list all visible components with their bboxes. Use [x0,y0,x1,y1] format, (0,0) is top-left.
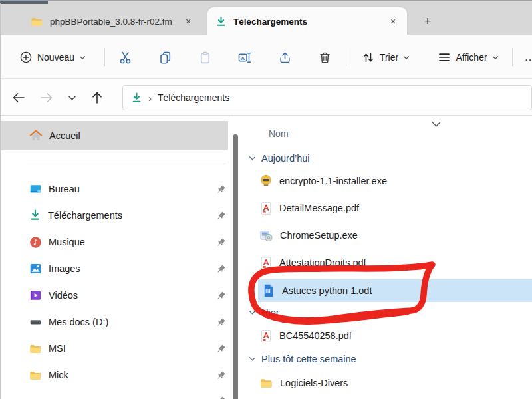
recent-locations-button[interactable] [64,87,80,108]
chevron-down-icon [403,55,410,60]
file-row-attestationdroits[interactable]: PDF AttestationDroits.pdf [259,255,366,271]
pin-icon [215,263,227,275]
sidebar-scrollbar-thumb[interactable] [233,134,238,399]
sidebar-item-label: Bureau [49,184,80,194]
installer-package-icon [259,229,273,243]
chevron-down-icon [249,356,256,362]
sidebar-item-mick[interactable]: Mick [29,362,68,388]
new-button[interactable]: Nouveau [11,45,94,69]
pin-icon [215,395,227,399]
sidebar-item-musique[interactable]: ♪ Musique [29,229,85,255]
chevron-down-icon [249,310,256,315]
pin-icon [215,290,227,301]
copy-button[interactable] [152,45,178,69]
tab-close-icon[interactable]: × [387,15,399,27]
drive-icon [29,316,42,328]
pin-icon [215,370,227,381]
svg-text:A: A [241,55,245,61]
new-circle-plus-icon [19,51,33,64]
group-header-hier[interactable]: Hier [249,306,279,319]
file-row-detailmessage[interactable]: PDF DetailMessage.pdf [259,200,359,216]
column-chevron-icon[interactable] [431,121,442,128]
toolbar-divider [512,48,513,66]
sidebar-item-mes-docs[interactable]: Mes docs (D:) [29,309,108,335]
folder-icon [31,16,43,27]
more-options-button[interactable]: … [520,45,532,69]
breadcrumb-segment[interactable]: Téléchargements [158,92,229,103]
sidebar-item-label: Mick [49,370,68,380]
delete-button[interactable] [311,45,338,69]
new-tab-button[interactable]: + [419,13,436,30]
pdf-file-icon: PDF [259,201,273,215]
svg-text:PDF: PDF [263,339,266,341]
file-row-bc45540258[interactable]: PDF BC45540258.pdf [259,328,352,344]
sidebar-item-label: Accueil [49,130,80,141]
download-icon [131,92,142,104]
chevron-down-icon [79,55,86,60]
rename-button[interactable]: A [231,45,258,69]
file-name: DetailMessage.pdf [279,203,359,213]
desktop-icon [29,183,42,195]
up-button[interactable] [86,87,108,108]
back-button[interactable] [8,87,29,108]
scissors-icon [118,51,132,65]
home-icon [29,130,43,142]
sidebar-item-telechargements[interactable]: Téléchargements [29,202,122,229]
paste-icon [198,51,212,65]
paste-button[interactable] [192,45,218,69]
file-row-encrypto[interactable]: encrypto-1.1-installer.exe [259,173,387,189]
group-header-plus-tot[interactable]: Plus tôt cette semaine [249,352,356,366]
file-name: AttestationDroits.pdf [279,257,366,268]
address-bar[interactable]: › Téléchargements [122,85,532,110]
folder-icon [29,370,42,381]
sidebar-item-msi[interactable]: MSI [29,335,66,362]
pdf-file-icon: PDF [259,256,273,270]
sidebar-item-label: Téléchargements [48,210,122,221]
view-lines-icon [438,51,451,63]
music-icon: ♪ [29,236,42,249]
videos-icon [29,289,42,301]
svg-text:PDF: PDF [263,211,266,213]
sidebar-item-bureau[interactable]: Bureau [29,176,80,202]
sidebar-item-label: Mes docs (D:) [49,317,108,327]
sidebar-item-videos[interactable]: Vidéos [29,282,78,309]
column-header-nom[interactable]: Nom [269,128,289,139]
navigation-bar: › Téléchargements [0,79,532,116]
share-button[interactable] [271,45,298,69]
sidebar-item-images[interactable]: Images [29,255,80,282]
tab-bar: phpBBPortable_3.0.8-fr-r02.fm × Téléchar… [0,0,532,35]
odt-document-icon [262,283,275,298]
sidebar-item-partial[interactable] [29,391,42,399]
file-row-logiciels-divers[interactable]: Logiciels-Divers [259,375,348,391]
toolbar-divider [346,48,346,66]
sidebar-item-label: Images [49,263,80,274]
window-left-border [0,3,1,399]
download-icon [215,16,227,27]
group-header-aujourdhui[interactable]: Aujourd’hui [249,152,310,165]
group-label: Plus tôt cette semaine [261,354,356,364]
sidebar-item-accueil[interactable]: Accueil [29,121,80,150]
tab-phpbbportable[interactable]: phpBBPortable_3.0.8-fr-r02.fm × [23,7,202,35]
back-arrow-icon [11,91,26,104]
tab-telechargements[interactable]: Téléchargements × [207,7,407,35]
sidebar-item-label: Musique [49,237,85,247]
encrypto-installer-icon [259,174,273,188]
file-row-chromesetup[interactable]: ChromeSetup.exe [259,227,358,243]
sort-button-label: Trier [380,52,398,63]
new-button-label: Nouveau [37,52,74,63]
folder-icon [259,377,273,389]
sidebar-divider [27,162,226,162]
cut-button[interactable] [112,45,138,69]
tab-label: Téléchargements [233,17,307,27]
toolbar-divider [104,48,105,66]
view-button[interactable]: Afficher [431,45,505,69]
forward-button[interactable] [36,87,57,108]
pin-icon [215,237,227,248]
pin-icon [215,184,227,195]
sort-button[interactable]: Trier [356,45,415,69]
tab-close-icon[interactable]: × [182,15,194,27]
file-row-astuces-python-selected[interactable]: Astuces python 1.odt [258,279,532,302]
tab-label: phpBBPortable_3.0.8-fr-r02.fm [50,17,172,27]
pin-icon [215,317,227,328]
sort-arrows-icon [362,51,375,64]
